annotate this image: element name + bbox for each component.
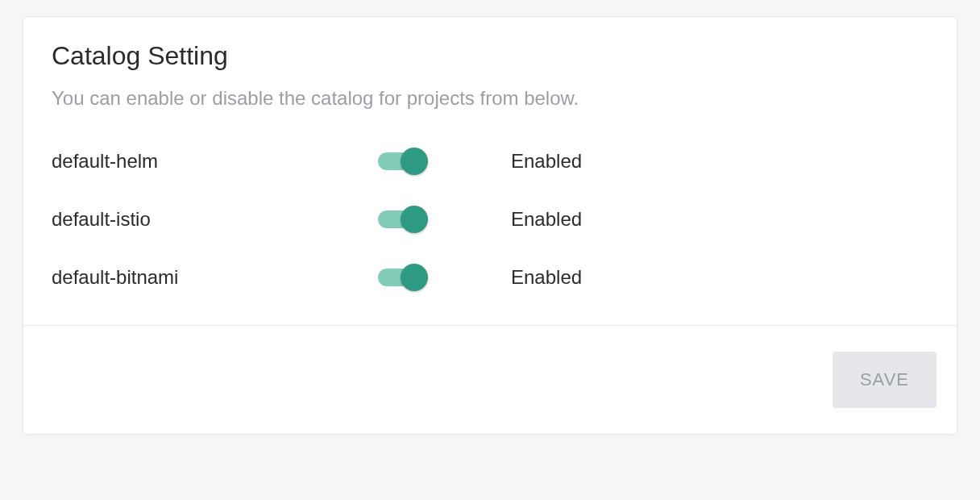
page-title: Catalog Setting xyxy=(52,41,928,71)
catalog-row: default-istio Enabled xyxy=(52,208,928,231)
catalog-status: Enabled xyxy=(511,150,582,173)
catalog-row: default-helm Enabled xyxy=(52,150,928,173)
toggle-default-helm[interactable] xyxy=(378,152,423,170)
card-footer: SAVE xyxy=(23,325,957,434)
toggle-default-istio[interactable] xyxy=(378,210,423,228)
catalog-name: default-istio xyxy=(52,208,378,231)
card-body: Catalog Setting You can enable or disabl… xyxy=(23,17,957,325)
toggle-knob-icon xyxy=(401,206,428,233)
catalog-status: Enabled xyxy=(511,266,582,289)
catalog-status: Enabled xyxy=(511,208,582,231)
page-subtitle: You can enable or disable the catalog fo… xyxy=(52,87,928,110)
toggle-knob-icon xyxy=(401,148,428,175)
catalog-name: default-helm xyxy=(52,150,378,173)
catalog-row: default-bitnami Enabled xyxy=(52,266,928,289)
save-button[interactable]: SAVE xyxy=(833,352,936,408)
toggle-default-bitnami[interactable] xyxy=(378,269,423,286)
catalog-settings-card: Catalog Setting You can enable or disabl… xyxy=(23,16,957,435)
toggle-knob-icon xyxy=(401,264,428,291)
catalog-name: default-bitnami xyxy=(52,266,378,289)
